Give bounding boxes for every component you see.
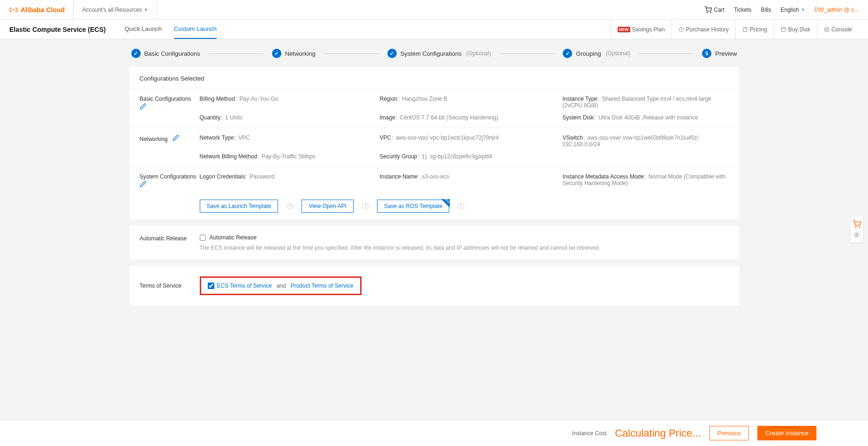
section-basic-label: Basic Configurations	[140, 96, 200, 121]
tickets-link[interactable]: Tickets	[734, 7, 752, 13]
top-header: Alibaba Cloud Account's all Resources ▼ …	[0, 0, 868, 20]
security-group-key: Security Group	[380, 153, 417, 160]
create-instance-button[interactable]: Create Instance	[757, 426, 816, 440]
region-key: Region	[380, 96, 398, 102]
previous-label: Previous	[717, 430, 741, 437]
stepper: ✓ Basic Configurations ✓ Networking ✓ Sy…	[129, 49, 739, 58]
tos-and: and	[277, 282, 286, 289]
step-preview-label: Preview	[715, 50, 737, 57]
image-value: CentOS 7.7 64-bit (Security Hardening)	[400, 114, 498, 121]
cart-label: Cart	[714, 7, 725, 13]
section-basic: Basic Configurations Billing Method: Pay…	[129, 89, 739, 127]
language-label: English	[781, 7, 799, 13]
svg-point-0	[707, 12, 708, 13]
view-open-api-button[interactable]: View Open API	[302, 200, 354, 213]
step-grouping-label: Grouping	[576, 50, 601, 57]
buy-disk-link[interactable]: Buy Disk	[774, 20, 817, 39]
calculator-icon	[742, 27, 748, 32]
tab-custom-launch[interactable]: Custom Launch	[174, 20, 217, 39]
view-api-label: View Open API	[309, 203, 347, 209]
step-line	[639, 53, 694, 54]
previous-button[interactable]: Previous	[709, 426, 749, 440]
side-cart-count: 0	[853, 231, 860, 238]
bills-link[interactable]: Bills	[761, 7, 771, 13]
step-preview[interactable]: 5 Preview	[702, 49, 737, 58]
tab-quick-launch[interactable]: Quick Launch	[124, 20, 162, 39]
tos-card: Terms of Service ECS Terms of Service an…	[129, 266, 739, 305]
pricing-link[interactable]: Pricing	[735, 20, 774, 39]
quantity-key: Quantity	[200, 114, 221, 121]
tab-quick-label: Quick Launch	[124, 25, 162, 32]
pencil-icon	[140, 181, 146, 187]
page-title: Elastic Compute Service (ECS)	[9, 26, 106, 33]
help-icon[interactable]: ?	[458, 203, 464, 209]
account-selector[interactable]: Account's all Resources ▼	[82, 7, 148, 13]
billing-method-value: Pay-As-You-Go	[240, 96, 279, 102]
save-launch-template-button[interactable]: Save as Launch Template	[200, 200, 279, 213]
edit-basic-button[interactable]	[140, 103, 146, 111]
vswitch-key: VSwitch	[563, 134, 583, 141]
disk-icon	[781, 27, 786, 32]
check-icon: ✓	[387, 49, 397, 58]
cart-link[interactable]: Cart	[704, 6, 725, 14]
bills-label: Bills	[761, 7, 771, 13]
step-networking[interactable]: ✓ Networking	[272, 49, 316, 58]
user-link[interactable]: DW_admin @ s...	[815, 7, 859, 13]
edit-networking-button[interactable]	[173, 136, 179, 142]
auto-release-checkbox[interactable]	[200, 235, 206, 241]
purchase-history-link[interactable]: Purchase History	[672, 20, 735, 39]
pencil-icon	[140, 103, 146, 110]
tabs: Quick Launch Custom Launch	[124, 20, 217, 39]
network-type-value: VPC	[238, 134, 250, 141]
vpc-key: VPC	[380, 134, 392, 141]
tickets-label: Tickets	[734, 7, 752, 13]
metadata-key: Instance Metadata Access Mode	[563, 173, 644, 180]
chevron-down-icon: ▼	[801, 7, 805, 12]
savings-plan-link[interactable]: NEW Savings Plan	[611, 20, 672, 39]
main: ✓ Basic Configurations ✓ Networking ✓ Sy…	[0, 39, 868, 446]
language-selector[interactable]: English ▼	[781, 7, 805, 13]
tos-label: Terms of Service	[140, 282, 200, 289]
step-system[interactable]: ✓ System Configurations (Optional)	[387, 49, 491, 58]
new-badge: NEW	[618, 27, 630, 32]
save-launch-label: Save as Launch Template	[207, 203, 272, 209]
step-grouping[interactable]: ✓ Grouping (Optional)	[563, 49, 630, 58]
section-system-label: System Configurations	[140, 173, 200, 213]
console-link[interactable]: Console	[817, 20, 859, 39]
tos-checkbox[interactable]	[208, 282, 214, 289]
section-system: System Configurations Logon Credentials:…	[129, 166, 739, 219]
section-networking-title: Networking	[140, 136, 168, 142]
auto-release-card: Automatic Release Automatic Release The …	[129, 226, 739, 260]
quantity-value: 1 Units	[225, 114, 242, 121]
help-icon[interactable]: ?	[362, 203, 369, 209]
step-number: 5	[702, 49, 711, 58]
step-line	[499, 53, 554, 54]
step-line	[324, 53, 379, 54]
ecs-tos-link[interactable]: ECS Terms of Service	[217, 282, 272, 289]
pencil-icon	[173, 134, 179, 141]
instance-cost-label: Instance Cost	[572, 430, 606, 437]
cart-icon	[704, 6, 712, 14]
auto-release-checkbox-row[interactable]: Automatic Release	[200, 234, 729, 241]
side-cart-widget[interactable]: 0	[850, 216, 863, 243]
buy-disk-label: Buy Disk	[788, 26, 810, 33]
check-icon: ✓	[131, 49, 141, 58]
step-system-label: System Configurations	[400, 50, 462, 57]
system-disk-value: Ultra Disk 40GiB ,Release with Instance	[598, 114, 698, 121]
clock-icon	[679, 27, 684, 32]
help-icon[interactable]: ?	[287, 203, 293, 209]
step-basic[interactable]: ✓ Basic Configurations	[131, 49, 200, 58]
save-ros-label: Save as ROS Template	[384, 203, 443, 209]
step-line	[209, 53, 264, 54]
network-billing-key: Network Billing Method	[200, 153, 257, 160]
svg-point-1	[710, 12, 711, 13]
edit-system-button[interactable]	[140, 181, 146, 189]
product-tos-link[interactable]: Product Terms of Service	[291, 282, 354, 289]
sub-actions: NEW Savings Plan Purchase History Pricin…	[611, 20, 859, 39]
section-networking-label: Networking	[140, 134, 200, 160]
brand-logo[interactable]: Alibaba Cloud	[9, 6, 65, 14]
image-key: Image	[380, 114, 395, 121]
save-ros-template-button[interactable]: Save as ROS Template	[377, 200, 450, 213]
network-billing-value: Pay-By-Traffic 5Mbps	[262, 153, 316, 160]
svg-point-8	[781, 27, 785, 29]
